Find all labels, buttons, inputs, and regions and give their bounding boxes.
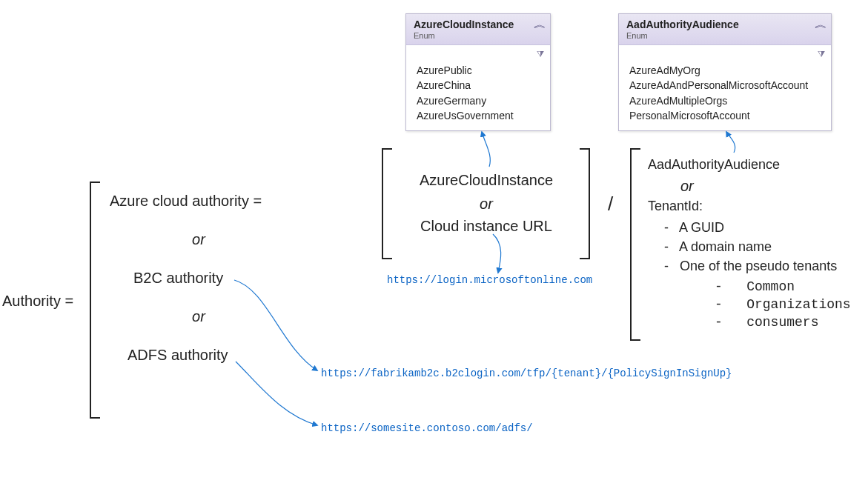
enum-header: AzureCloudInstance Enum ︽: [406, 14, 550, 45]
bracket-cloud-right: [580, 148, 590, 259]
filter-icon[interactable]: ⧩: [537, 49, 544, 59]
enum-header: AadAuthorityAudience Enum ︽: [619, 14, 831, 45]
arrow-cloudurl-to-login: [493, 234, 501, 273]
filter-row: ⧩: [619, 45, 831, 60]
separator-slash: /: [608, 193, 613, 216]
arrow-cloudinstance-to-enum: [482, 132, 490, 167]
bullet-guid: A GUID: [664, 218, 724, 237]
filter-row: ⧩: [406, 45, 550, 60]
bracket-audience-left: [630, 148, 640, 341]
subbullet-consumers: consumers: [715, 313, 818, 332]
label-adfs-authority: ADFS authority: [127, 345, 228, 365]
label-or: or: [110, 230, 288, 250]
bullet-domain: A domain name: [664, 237, 772, 256]
chevron-up-icon[interactable]: ︽: [815, 19, 827, 31]
label-or: or: [393, 194, 580, 214]
filter-icon[interactable]: ⧩: [818, 49, 825, 59]
label-or: or: [110, 307, 288, 327]
enum-item: AzureChina: [417, 78, 540, 93]
chevron-up-icon[interactable]: ︽: [534, 19, 546, 31]
bracket-authority-left: [90, 182, 100, 419]
url-login: https://login.microsoftonline.com: [387, 274, 592, 286]
bullet-pseudo-tenants: One of the pseudo tenants: [664, 256, 868, 276]
url-adfs: https://somesite.contoso.com/adfs/: [321, 422, 533, 434]
label-azure-cloud-authority: Azure cloud authority =: [110, 191, 262, 211]
enum-body: AzurePublic AzureChina AzureGermany Azur…: [406, 60, 550, 130]
enum-box-azurecloudinstance: AzureCloudInstance Enum ︽ ⧩ AzurePublic …: [405, 13, 551, 131]
label-aadauthorityaudience: AadAuthorityAudience: [648, 156, 780, 173]
subbullet-common: Common: [715, 277, 795, 296]
enum-item: AzureAdMyOrg: [629, 63, 821, 78]
enum-subtitle: Enum: [626, 31, 824, 40]
label-azurecloudinstance: AzureCloudInstance: [393, 170, 580, 190]
enum-title: AzureCloudInstance: [414, 19, 543, 30]
enum-item: AzureAdAndPersonalMicrosoftAccount: [629, 78, 821, 93]
enum-body: AzureAdMyOrg AzureAdAndPersonalMicrosoft…: [619, 60, 831, 130]
enum-item: AzureAdMultipleOrgs: [629, 93, 821, 108]
subbullet-organizations: Organizations: [715, 295, 851, 314]
enum-subtitle: Enum: [414, 31, 543, 40]
label-cloud-instance-url: Cloud instance URL: [393, 216, 580, 236]
enum-item: AzurePublic: [417, 63, 540, 78]
enum-item: PersonalMicrosoftAccount: [629, 108, 821, 123]
enum-title: AadAuthorityAudience: [626, 19, 824, 30]
url-b2c: https://fabrikamb2c.b2clogin.com/tfp/{te…: [321, 367, 732, 379]
bracket-cloud-left: [382, 148, 392, 259]
enum-box-aadauthorityaudience: AadAuthorityAudience Enum ︽ ⧩ AzureAdMyO…: [618, 13, 832, 131]
arrow-adfs-to-url: [236, 362, 317, 425]
arrow-audience-to-enum: [726, 132, 735, 153]
label-or: or: [680, 176, 694, 196]
label-authority-equals: Authority =: [2, 291, 73, 311]
enum-item: AzureUsGovernment: [417, 108, 540, 123]
label-b2c-authority: B2C authority: [133, 268, 223, 288]
enum-item: AzureGermany: [417, 93, 540, 108]
label-tenantid: TenantId:: [648, 197, 703, 215]
